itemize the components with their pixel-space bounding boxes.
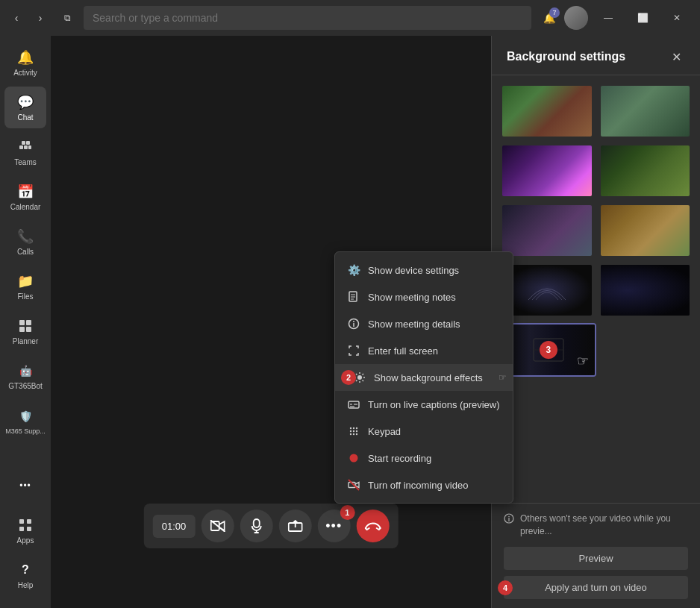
svg-rect-2 (28, 145, 31, 149)
close-panel-button[interactable]: ✕ (667, 48, 685, 66)
svg-line-36 (349, 480, 359, 490)
fullscreen-icon (347, 344, 360, 357)
sidebar-item-m365support[interactable]: 🛡️ M365 Supp... (4, 400, 46, 442)
svg-rect-3 (22, 141, 25, 145)
sidebar-item-chat-label: Chat (17, 113, 33, 122)
call-controls-bar: 01:00 ••• 1 (144, 504, 399, 548)
menu-item-start-recording[interactable]: Start recording (335, 445, 513, 471)
sidebar-item-more-dots[interactable]: ••• (4, 465, 46, 507)
menu-item-device-settings[interactable]: ⚙️ Show device settings (335, 257, 513, 283)
svg-rect-4 (26, 141, 30, 145)
minimize-button[interactable]: — (591, 6, 625, 30)
forward-button[interactable]: › (30, 7, 51, 28)
sidebar-item-teams[interactable]: Teams (4, 131, 46, 173)
svg-point-32 (353, 433, 354, 435)
bg-thumb-inner-7 (502, 265, 592, 316)
hangup-button[interactable] (356, 510, 389, 542)
menu-item-meeting-details-label: Show meeting details (368, 319, 460, 330)
bg-thumb-4[interactable] (599, 144, 692, 198)
panel-content: 3 ☞ (492, 75, 700, 503)
sidebar-item-apps[interactable]: Apps (4, 510, 46, 551)
preview-button[interactable]: Preview (504, 547, 688, 570)
svg-rect-7 (19, 327, 25, 332)
mute-button[interactable] (240, 510, 272, 542)
restore-button[interactable]: ⬜ (625, 6, 660, 30)
search-input[interactable] (84, 6, 531, 30)
svg-rect-0 (19, 145, 23, 149)
info-icon (504, 513, 514, 526)
sidebar-item-planner[interactable]: Planner (4, 310, 46, 352)
planner-icon (16, 317, 34, 335)
main-layout: 🔔 Activity 💬 Chat Teams 📅 Calendar (0, 36, 700, 608)
avatar-button[interactable] (564, 6, 588, 30)
call-timer: 01:00 (153, 515, 196, 538)
menu-item-meeting-details[interactable]: Show meeting details (335, 310, 513, 337)
bg-thumb-5[interactable] (501, 204, 593, 257)
svg-point-28 (350, 430, 351, 432)
teams-icon (16, 138, 34, 156)
apply-button[interactable]: 4 Apply and turn on video (504, 576, 688, 599)
apps-icon (16, 516, 34, 534)
menu-item-fullscreen[interactable]: Enter full screen (335, 337, 513, 364)
sidebar-apps-label: Apps (17, 536, 34, 545)
sidebar-item-calls[interactable]: 📞 Calls (4, 221, 46, 263)
close-button[interactable]: ✕ (660, 6, 694, 30)
menu-item-background-effects-label: Show background effects (374, 372, 483, 383)
menu-item-background-effects[interactable]: 2 Show background effects ☞ (335, 364, 513, 391)
svg-point-20 (357, 375, 362, 380)
svg-point-49 (508, 516, 510, 518)
bg-thumb-inner-5 (502, 205, 592, 256)
menu-item-live-captions[interactable]: Turn on live captions (preview) (335, 391, 513, 418)
share-button[interactable] (278, 510, 311, 542)
sidebar-item-calendar[interactable]: 📅 Calendar (4, 176, 46, 218)
sidebar-item-label: Activity (13, 69, 37, 77)
bg-thumb-9[interactable]: 3 ☞ (501, 323, 596, 377)
bg-thumb-7[interactable] (501, 263, 593, 317)
bg-thumb-6[interactable] (599, 204, 692, 257)
incoming-video-icon (347, 478, 360, 492)
menu-item-device-settings-label: Show device settings (368, 265, 459, 276)
notification-button[interactable]: 🔔 7 (537, 6, 561, 30)
panel-footer: Others won't see your video while you pr… (492, 503, 700, 608)
svg-point-31 (350, 433, 351, 435)
menu-item-meeting-notes[interactable]: Show meeting notes (335, 283, 513, 310)
menu-item-live-captions-label: Turn on live captions (preview) (368, 399, 500, 410)
svg-point-34 (350, 454, 358, 463)
sidebar-item-activity[interactable]: 🔔 Activity (4, 42, 46, 84)
bg-thumb-1[interactable] (501, 84, 593, 138)
info-row: Others won't see your video while you pr… (504, 513, 688, 538)
menu-item-keypad-label: Keypad (368, 426, 401, 437)
apply-button-label: Apply and turn on video (545, 582, 647, 593)
svg-point-30 (356, 430, 357, 432)
sidebar-item-help[interactable]: ? Help (4, 554, 46, 596)
svg-rect-6 (26, 320, 31, 325)
svg-point-29 (353, 430, 354, 432)
video-toggle-button[interactable] (201, 510, 234, 542)
bg-thumb-8[interactable] (599, 263, 692, 317)
sidebar-item-gt365bot[interactable]: 🤖 GT365Bot (4, 355, 46, 397)
cursor-hover-indicator: ☞ (499, 372, 507, 383)
svg-point-27 (356, 427, 357, 429)
menu-item-keypad[interactable]: Keypad (335, 418, 513, 445)
bg-thumb-3[interactable] (501, 144, 593, 198)
more-options-button[interactable]: ••• 1 (317, 510, 350, 542)
titlebar: ‹ › ⧉ 🔔 7 — ⬜ ✕ (0, 0, 700, 36)
back-button[interactable]: ‹ (6, 7, 27, 28)
cursor-hand: ☞ (577, 353, 589, 369)
menu-item-incoming-video[interactable]: Turn off incoming video (335, 471, 513, 498)
new-window-button[interactable]: ⧉ (57, 7, 78, 28)
bg-thumb-inner-6 (601, 205, 690, 256)
bg-thumb-inner-8 (601, 265, 690, 316)
svg-point-26 (353, 427, 354, 429)
bg-thumb-2[interactable] (599, 84, 692, 138)
calendar-icon: 📅 (16, 183, 34, 201)
sidebar-bottom: ••• Apps ? Help (4, 465, 46, 602)
titlebar-right: 🔔 7 — ⬜ ✕ (537, 6, 694, 30)
bg-thumb-inner-4 (601, 145, 690, 196)
sidebar-item-files[interactable]: 📁 Files (4, 266, 46, 307)
sidebar-item-chat[interactable]: 💬 Chat (4, 87, 46, 128)
more-dots-icon: ••• (16, 477, 34, 495)
titlebar-nav: ‹ › (6, 7, 51, 28)
sidebar: 🔔 Activity 💬 Chat Teams 📅 Calendar (0, 36, 51, 608)
sidebar-gt365bot-label: GT365Bot (8, 382, 43, 390)
